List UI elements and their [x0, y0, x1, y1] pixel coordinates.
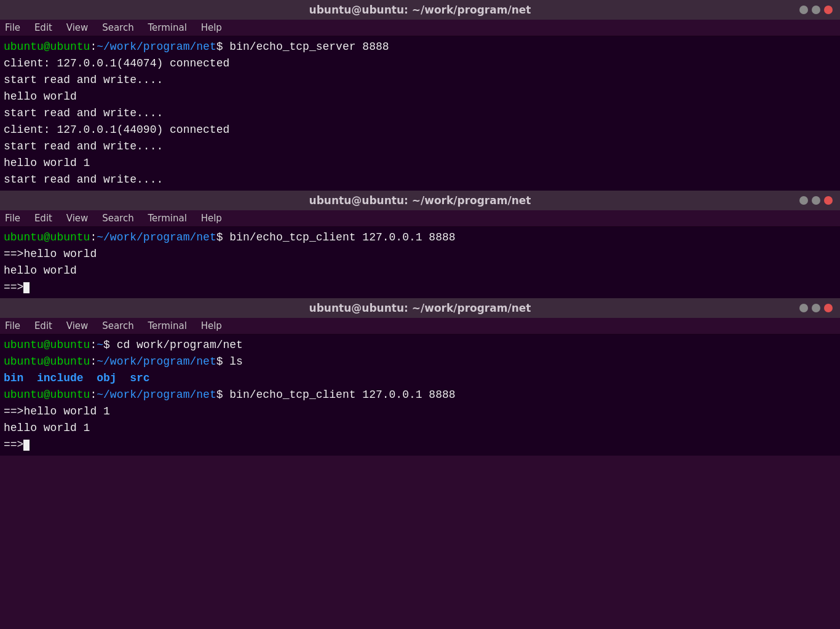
- line-3-7: ==>: [4, 437, 836, 453]
- window-buttons-1: [799, 6, 833, 14]
- minimize-btn-2[interactable]: [799, 196, 808, 205]
- menu-search-1[interactable]: Search: [102, 22, 134, 33]
- close-btn-1[interactable]: [824, 6, 833, 14]
- menu-edit-1[interactable]: Edit: [34, 22, 52, 33]
- terminal-body-1: ubuntu@ubuntu:~/work/program/net$ bin/ec…: [0, 36, 840, 191]
- line-1-6: client: 127.0.0.1(44090) connected: [4, 122, 836, 138]
- terminal-body-2: ubuntu@ubuntu:~/work/program/net$ bin/ec…: [0, 227, 840, 298]
- line-1-3: start read and write....: [4, 72, 836, 89]
- window-buttons-2: [799, 196, 833, 205]
- titlebar-1: ubuntu@ubuntu: ~/work/program/net: [0, 0, 840, 20]
- window-buttons-3: [799, 304, 833, 312]
- line-3-4: ubuntu@ubuntu:~/work/program/net$ bin/ec…: [4, 387, 836, 403]
- terminal-window-1: ubuntu@ubuntu: ~/work/program/net File E…: [0, 0, 840, 191]
- minimize-btn-3[interactable]: [799, 304, 808, 312]
- cursor-2: [23, 282, 30, 293]
- menu-search-3[interactable]: Search: [102, 320, 134, 331]
- line-1-7: start read and write....: [4, 138, 836, 155]
- menu-edit-2[interactable]: Edit: [34, 213, 52, 224]
- menu-terminal-1[interactable]: Terminal: [148, 22, 186, 33]
- menubar-1: File Edit View Search Terminal Help: [0, 20, 840, 36]
- line-3-1: ubuntu@ubuntu:~$ cd work/program/net: [4, 337, 836, 354]
- minimize-btn-1[interactable]: [799, 6, 808, 14]
- menu-view-1[interactable]: View: [66, 22, 89, 33]
- maximize-btn-3[interactable]: [812, 304, 820, 312]
- menu-file-3[interactable]: File: [5, 320, 20, 331]
- title-2: ubuntu@ubuntu: ~/work/program/net: [309, 194, 531, 207]
- line-3-6: hello world 1: [4, 420, 836, 437]
- maximize-btn-1[interactable]: [812, 6, 820, 14]
- terminal-window-3: ubuntu@ubuntu: ~/work/program/net File E…: [0, 298, 840, 456]
- line-2-1: ubuntu@ubuntu:~/work/program/net$ bin/ec…: [4, 229, 836, 246]
- title-1: ubuntu@ubuntu: ~/work/program/net: [309, 4, 531, 16]
- close-btn-3[interactable]: [824, 304, 833, 312]
- menu-edit-3[interactable]: Edit: [34, 320, 52, 331]
- line-1-5: start read and write....: [4, 105, 836, 122]
- menu-file-2[interactable]: File: [5, 213, 20, 224]
- title-3: ubuntu@ubuntu: ~/work/program/net: [309, 302, 531, 314]
- menubar-2: File Edit View Search Terminal Help: [0, 210, 840, 227]
- line-2-3: hello world: [4, 263, 836, 279]
- titlebar-3: ubuntu@ubuntu: ~/work/program/net: [0, 298, 840, 318]
- line-1-2: client: 127.0.0.1(44074) connected: [4, 55, 836, 72]
- line-2-2: ==>hello world: [4, 246, 836, 263]
- maximize-btn-2[interactable]: [812, 196, 820, 205]
- line-1-8: hello world 1: [4, 155, 836, 172]
- menu-help-2[interactable]: Help: [201, 213, 222, 224]
- close-btn-2[interactable]: [824, 196, 833, 205]
- menu-help-3[interactable]: Help: [201, 320, 222, 331]
- menu-terminal-3[interactable]: Terminal: [148, 320, 186, 331]
- menu-view-3[interactable]: View: [66, 320, 89, 331]
- line-1-9: start read and write....: [4, 172, 836, 188]
- menu-view-2[interactable]: View: [66, 213, 89, 224]
- menu-help-1[interactable]: Help: [201, 22, 222, 33]
- menu-search-2[interactable]: Search: [102, 213, 134, 224]
- line-1-1: ubuntu@ubuntu:~/work/program/net$ bin/ec…: [4, 39, 836, 55]
- cursor-3: [23, 440, 30, 451]
- line-3-2: ubuntu@ubuntu:~/work/program/net$ ls: [4, 354, 836, 370]
- line-1-4: hello world: [4, 89, 836, 105]
- line-3-3: bin include obj src: [4, 370, 836, 387]
- terminal-window-2: ubuntu@ubuntu: ~/work/program/net File E…: [0, 191, 840, 298]
- titlebar-2: ubuntu@ubuntu: ~/work/program/net: [0, 191, 840, 210]
- line-2-4: ==>: [4, 279, 836, 296]
- line-3-5: ==>hello world 1: [4, 403, 836, 420]
- menu-file-1[interactable]: File: [5, 22, 20, 33]
- terminal-body-3: ubuntu@ubuntu:~$ cd work/program/net ubu…: [0, 334, 840, 456]
- menubar-3: File Edit View Search Terminal Help: [0, 318, 840, 334]
- menu-terminal-2[interactable]: Terminal: [148, 213, 186, 224]
